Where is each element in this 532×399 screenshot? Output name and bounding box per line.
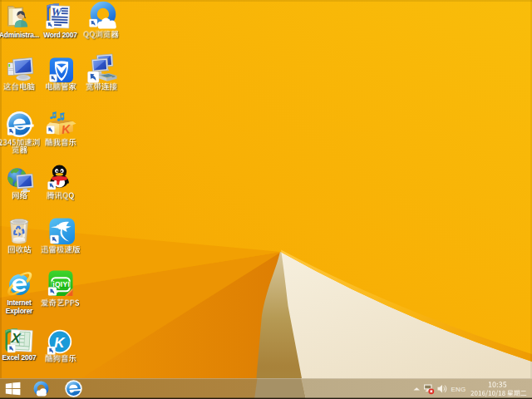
svg-text:K: K — [54, 335, 66, 351]
svg-text:X: X — [10, 330, 22, 346]
